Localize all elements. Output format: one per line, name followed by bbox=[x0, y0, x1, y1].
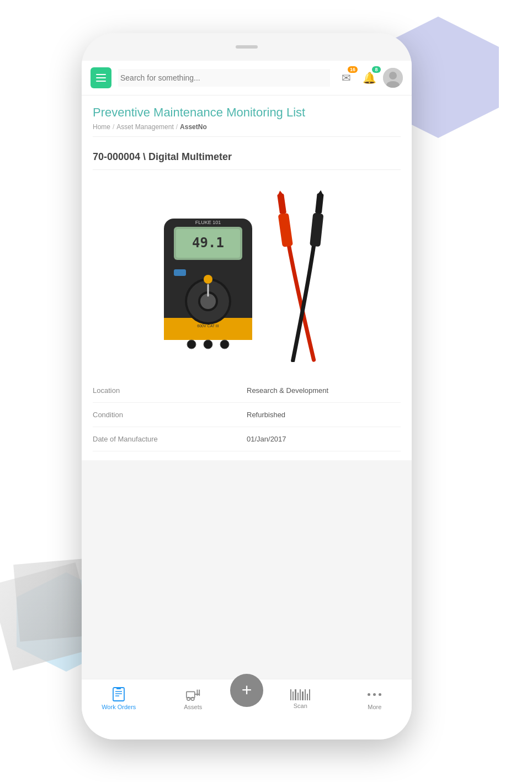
menu-button[interactable] bbox=[91, 67, 111, 88]
svg-point-36 bbox=[187, 698, 190, 701]
bell-badge-container[interactable]: 🔔 8 bbox=[360, 68, 379, 87]
bar-3 bbox=[295, 689, 296, 700]
dot-1 bbox=[368, 693, 370, 696]
breadcrumb-home[interactable]: Home bbox=[93, 123, 110, 131]
location-row: Location Research & Development bbox=[93, 379, 401, 403]
svg-point-15 bbox=[204, 275, 212, 284]
svg-rect-31 bbox=[116, 687, 121, 689]
phone-top bbox=[82, 33, 412, 61]
svg-text:600V CAT III: 600V CAT III bbox=[197, 324, 219, 328]
dot-2 bbox=[373, 693, 376, 696]
svg-text:49.1: 49.1 bbox=[192, 235, 224, 251]
add-button[interactable]: + bbox=[230, 674, 263, 707]
probes-image bbox=[269, 190, 335, 362]
scan-label: Scan bbox=[294, 703, 307, 709]
phone-device: ✉ 16 🔔 8 Preventive Maintenance Monitori… bbox=[82, 33, 412, 740]
details-section: Location Research & Development Conditio… bbox=[93, 379, 401, 451]
breadcrumb-sep-1: / bbox=[113, 123, 114, 131]
bar-6 bbox=[302, 691, 304, 700]
header-bar: ✉ 16 🔔 8 bbox=[82, 61, 412, 95]
condition-label: Condition bbox=[93, 411, 247, 419]
header-icons: ✉ 16 🔔 8 bbox=[337, 68, 403, 88]
location-value: Research & Development bbox=[247, 386, 401, 395]
condition-value: Refurbished bbox=[247, 411, 401, 419]
location-label: Location bbox=[93, 386, 247, 395]
svg-point-1 bbox=[389, 72, 397, 79]
svg-rect-23 bbox=[278, 213, 293, 247]
manufacture-label: Date of Manufacture bbox=[93, 435, 247, 443]
menu-line-3 bbox=[96, 81, 106, 82]
breadcrumb: Home / Asset Management / AssetNo bbox=[93, 123, 401, 131]
dot-3 bbox=[379, 693, 381, 696]
nav-more[interactable]: More bbox=[338, 685, 412, 710]
svg-marker-25 bbox=[317, 190, 324, 196]
assets-label: Assets bbox=[184, 704, 202, 710]
bar-8 bbox=[307, 694, 308, 700]
svg-point-19 bbox=[220, 340, 229, 349]
bar-9 bbox=[309, 689, 310, 700]
bar-2 bbox=[292, 691, 294, 700]
assets-icon bbox=[185, 687, 201, 701]
menu-line-1 bbox=[96, 74, 106, 75]
svg-text:FLUKE 101: FLUKE 101 bbox=[195, 220, 221, 225]
user-avatar[interactable] bbox=[383, 68, 403, 88]
svg-rect-24 bbox=[315, 193, 324, 214]
svg-point-17 bbox=[187, 340, 196, 349]
nav-scan[interactable]: Scan bbox=[263, 685, 338, 709]
work-orders-label: Work Orders bbox=[102, 704, 136, 710]
svg-rect-35 bbox=[199, 690, 200, 696]
svg-rect-16 bbox=[174, 269, 186, 276]
mail-badge-container[interactable]: ✉ 16 bbox=[337, 68, 355, 87]
bottom-navigation: Work Orders Assets + bbox=[82, 679, 412, 740]
more-dots-icon bbox=[368, 687, 381, 701]
bar-5 bbox=[300, 689, 301, 700]
nav-assets[interactable]: Assets bbox=[156, 685, 231, 710]
nav-work-orders[interactable]: Work Orders bbox=[82, 685, 156, 710]
svg-point-18 bbox=[204, 340, 212, 349]
main-content: 70-000004 \ Digital Multimeter 49.1 FLUK… bbox=[82, 142, 412, 460]
avatar-svg bbox=[383, 68, 403, 88]
nav-add[interactable]: + bbox=[230, 685, 263, 707]
svg-rect-5 bbox=[164, 329, 252, 340]
bell-badge-count: 8 bbox=[372, 66, 381, 73]
title-divider bbox=[93, 136, 401, 137]
multimeter-image: 49.1 FLUKE 101 600V CA bbox=[158, 208, 258, 362]
mail-icon: ✉ bbox=[342, 71, 351, 84]
svg-rect-26 bbox=[310, 213, 323, 247]
page-title-area: Preventive Maintenance Monitoring List H… bbox=[82, 95, 412, 142]
manufacture-row: Date of Manufacture 01/Jan/2017 bbox=[93, 427, 401, 451]
manufacture-value: 01/Jan/2017 bbox=[247, 435, 401, 443]
svg-rect-21 bbox=[277, 194, 286, 214]
breadcrumb-asset-no[interactable]: AssetNo bbox=[180, 123, 207, 131]
svg-point-37 bbox=[191, 698, 194, 701]
bar-1 bbox=[290, 689, 291, 700]
barcode-icon bbox=[290, 687, 310, 700]
svg-rect-27 bbox=[113, 688, 124, 701]
page-title: Preventive Maintenance Monitoring List bbox=[93, 105, 401, 120]
breadcrumb-asset-management[interactable]: Asset Management bbox=[116, 123, 173, 131]
work-orders-icon bbox=[111, 687, 126, 701]
svg-rect-34 bbox=[196, 690, 198, 696]
asset-image-area: 49.1 FLUKE 101 600V CA bbox=[93, 179, 401, 379]
bar-7 bbox=[305, 689, 306, 700]
search-input[interactable] bbox=[118, 69, 330, 87]
mail-badge-count: 16 bbox=[348, 66, 358, 73]
add-icon: + bbox=[242, 681, 252, 699]
svg-rect-32 bbox=[187, 691, 195, 698]
bar-4 bbox=[297, 693, 299, 700]
bell-icon: 🔔 bbox=[363, 71, 376, 84]
breadcrumb-sep-2: / bbox=[176, 123, 178, 131]
more-label: More bbox=[368, 704, 381, 710]
menu-line-2 bbox=[96, 77, 106, 78]
asset-header: 70-000004 \ Digital Multimeter bbox=[93, 151, 401, 170]
condition-row: Condition Refurbished bbox=[93, 403, 401, 427]
phone-speaker bbox=[236, 45, 258, 49]
